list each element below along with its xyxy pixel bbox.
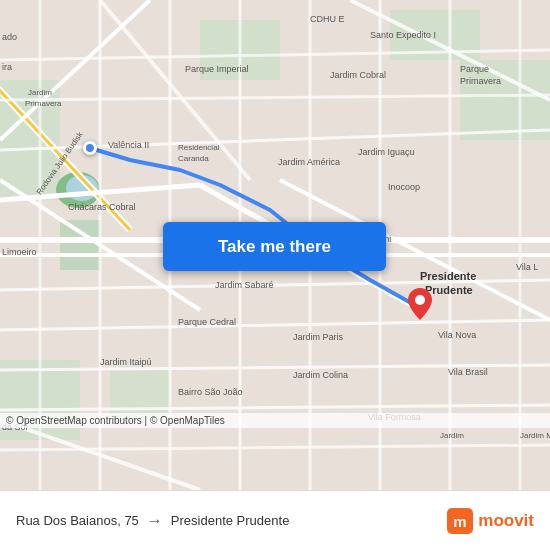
svg-text:Parque Cedral: Parque Cedral: [178, 317, 236, 327]
destination-marker: [408, 288, 432, 320]
svg-text:Jardim: Jardim: [28, 88, 52, 97]
svg-text:Inocoop: Inocoop: [388, 182, 420, 192]
copyright-bar: © OpenStreetMap contributors | © OpenMap…: [0, 413, 550, 428]
take-me-there-button[interactable]: Take me there: [163, 222, 386, 271]
svg-text:Jardim Sabaré: Jardim Sabaré: [215, 280, 274, 290]
moovit-logo-text: moovit: [478, 511, 534, 531]
svg-text:Jardim: Jardim: [440, 431, 464, 440]
svg-text:Jardim Itaipú: Jardim Itaipú: [100, 357, 152, 367]
svg-point-74: [415, 295, 425, 305]
moovit-logo: m moovit: [447, 508, 534, 534]
svg-text:Jardim Cobral: Jardim Cobral: [330, 70, 386, 80]
svg-text:Vila Nova: Vila Nova: [438, 330, 476, 340]
origin-marker: [83, 141, 97, 155]
route-info: Rua Dos Baianos, 75 → Presidente Prudent…: [16, 512, 447, 530]
svg-text:Caranda: Caranda: [178, 154, 209, 163]
svg-text:ado: ado: [2, 32, 17, 42]
svg-text:Parque Imperial: Parque Imperial: [185, 64, 249, 74]
svg-rect-7: [60, 220, 100, 270]
svg-text:Primavera: Primavera: [460, 76, 501, 86]
svg-text:Jardim Paris: Jardim Paris: [293, 332, 344, 342]
svg-text:Prudente: Prudente: [425, 284, 473, 296]
svg-text:Residencial: Residencial: [178, 143, 220, 152]
svg-text:Jardim Iguaçu: Jardim Iguaçu: [358, 147, 415, 157]
svg-text:Jardim Colina: Jardim Colina: [293, 370, 348, 380]
svg-text:Valência II: Valência II: [108, 140, 149, 150]
map-container: CDHU E Santo Expedito I Parque Imperial …: [0, 0, 550, 490]
svg-text:Vila Brasil: Vila Brasil: [448, 367, 488, 377]
svg-text:Limoeiro: Limoeiro: [2, 247, 37, 257]
svg-text:Presidente: Presidente: [420, 270, 476, 282]
arrow-icon: →: [147, 512, 163, 530]
svg-text:m: m: [454, 513, 467, 530]
svg-text:Santo Expedito I: Santo Expedito I: [370, 30, 436, 40]
svg-text:CDHU E: CDHU E: [310, 14, 345, 24]
svg-text:Jardim América: Jardim América: [278, 157, 340, 167]
origin-text: Rua Dos Baianos, 75: [16, 513, 139, 528]
destination-text: Presidente Prudente: [171, 513, 290, 528]
svg-text:Primavera: Primavera: [25, 99, 62, 108]
svg-text:Jardim M: Jardim M: [520, 431, 550, 440]
svg-text:Vila L: Vila L: [516, 262, 538, 272]
copyright-text: © OpenStreetMap contributors | © OpenMap…: [6, 415, 225, 426]
svg-text:ira: ira: [2, 62, 12, 72]
svg-text:Parque: Parque: [460, 64, 489, 74]
bottom-bar: Rua Dos Baianos, 75 → Presidente Prudent…: [0, 490, 550, 550]
moovit-m-icon: m: [447, 508, 473, 534]
svg-text:Chácaras Cobral: Chácaras Cobral: [68, 202, 136, 212]
svg-text:Bairro São João: Bairro São João: [178, 387, 243, 397]
